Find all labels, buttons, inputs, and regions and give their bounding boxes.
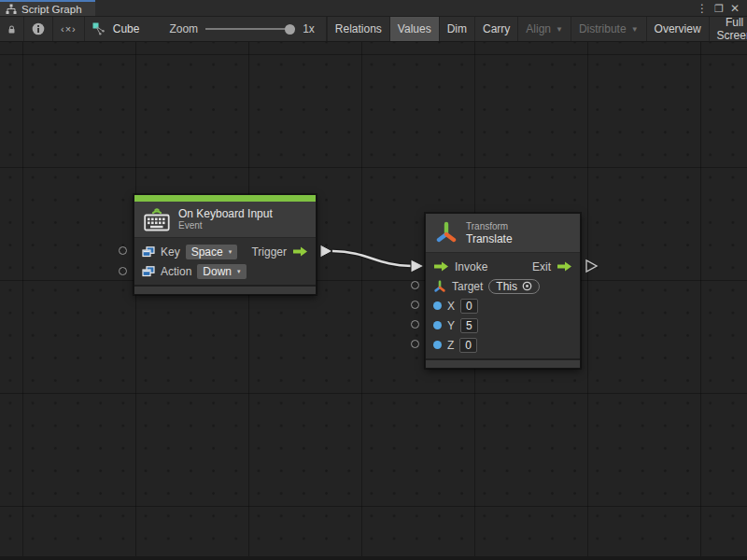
code-view-button[interactable]: ‹×› (53, 17, 85, 41)
on-keyboard-input-node[interactable]: On Keyboard Input Event Key Space ▾ (134, 194, 317, 295)
flow-arrow-icon (557, 261, 572, 272)
zoom-slider-handle[interactable] (285, 24, 295, 35)
graph-name: Cube (113, 22, 140, 35)
node-footer (426, 358, 580, 368)
zoom-slider-track (205, 28, 295, 30)
value-port-icon (433, 301, 442, 310)
key-input-port[interactable] (119, 246, 127, 255)
x-input-port[interactable] (411, 301, 419, 309)
z-input-port[interactable] (411, 340, 419, 348)
zoom-label: Zoom (169, 22, 198, 35)
graph-breadcrumb[interactable]: Cube (85, 17, 149, 41)
chevron-down-icon: ▾ (237, 268, 241, 275)
y-label: Y (447, 319, 455, 332)
exit-label: Exit (532, 260, 551, 273)
align-button[interactable]: Align ▼ (517, 17, 571, 41)
node-body: Key Space ▾ Trigger (134, 238, 316, 285)
key-row: Key Space ▾ Trigger (134, 242, 316, 261)
lock-icon (7, 23, 16, 35)
x-row: X 0 (426, 296, 580, 315)
chevron-down-icon: ▼ (556, 25, 563, 34)
x-label: X (447, 300, 455, 313)
distribute-button[interactable]: Distribute ▼ (571, 17, 646, 41)
z-value-field[interactable]: 0 (459, 338, 477, 353)
target-input-port[interactable] (411, 281, 419, 289)
target-label: Target (452, 280, 483, 293)
transform-gizmo-icon (433, 280, 446, 293)
trigger-output-arrow[interactable] (320, 245, 332, 258)
target-row: Target This (426, 276, 580, 296)
node-body: Invoke Exit Target (426, 253, 580, 358)
invoke-label: Invoke (455, 260, 487, 273)
z-label: Z (447, 339, 454, 352)
script-graph-window: Script Graph ⋮ ❐ ✕ ‹×› (0, 0, 747, 560)
event-accent-bar (134, 195, 316, 202)
translate-node[interactable]: Transform Translate Invoke Exit (425, 213, 581, 369)
lock-button[interactable] (0, 17, 24, 41)
enum-value-icon (142, 266, 155, 277)
code-icon: ‹×› (61, 23, 77, 35)
trigger-label: Trigger (251, 245, 287, 259)
chevron-down-icon: ▼ (631, 25, 639, 34)
enum-value-icon (142, 246, 155, 258)
action-row: Action Down ▾ (134, 261, 316, 281)
node-subtitle: Event (178, 220, 273, 231)
keyboard-event-icon (144, 207, 170, 231)
connection-layer (0, 42, 747, 556)
values-button[interactable]: Values (389, 17, 439, 41)
target-object-field[interactable]: This (488, 279, 540, 294)
connection-wire (332, 251, 412, 266)
maximize-icon[interactable]: ❐ (714, 0, 724, 17)
node-footer (134, 285, 316, 294)
node-title: Translate (466, 232, 513, 245)
action-label: Action (161, 265, 191, 278)
toolbar-buttons: Relations Values Dim Carry Align ▼ Distr… (327, 17, 747, 41)
menu-icon[interactable]: ⋮ (697, 0, 708, 17)
invoke-input-arrow[interactable] (411, 259, 424, 273)
tab-bar: Script Graph ⋮ ❐ ✕ (0, 0, 747, 17)
window-controls: ⋮ ❐ ✕ (697, 0, 747, 16)
self-target-icon (522, 281, 532, 291)
value-port-icon (433, 341, 442, 349)
x-value-field[interactable]: 0 (460, 299, 478, 314)
overview-button[interactable]: Overview (646, 17, 709, 41)
relations-button[interactable]: Relations (327, 17, 389, 41)
action-dropdown[interactable]: Down ▾ (197, 264, 246, 279)
z-row: Z 0 (426, 335, 580, 355)
full-screen-button[interactable]: Full Screen (709, 17, 747, 41)
key-dropdown[interactable]: Space ▾ (186, 245, 238, 259)
zoom-control: Zoom 1x (148, 17, 326, 41)
script-graph-asset-icon (92, 22, 106, 35)
connection-wire-outline (332, 251, 412, 266)
flow-arrow-icon (292, 246, 308, 257)
chevron-down-icon: ▾ (229, 248, 233, 256)
invoke-row: Invoke Exit (426, 257, 580, 276)
node-header: On Keyboard Input Event (134, 202, 316, 238)
graph-canvas[interactable]: On Keyboard Input Event Key Space ▾ (0, 42, 747, 556)
zoom-value: 1x (303, 22, 315, 35)
hierarchy-icon (6, 4, 17, 15)
carry-button[interactable]: Carry (474, 17, 517, 41)
info-button[interactable] (24, 17, 53, 41)
tab-title: Script Graph (21, 4, 82, 15)
close-icon[interactable]: ✕ (730, 0, 740, 17)
dim-button[interactable]: Dim (439, 17, 474, 41)
node-header: Transform Translate (426, 214, 580, 253)
exit-output-port[interactable] (586, 260, 597, 272)
y-row: Y 5 (426, 315, 580, 335)
info-icon (32, 22, 45, 35)
zoom-slider[interactable] (205, 22, 295, 35)
flow-arrow-icon (433, 261, 449, 272)
key-label: Key (161, 245, 180, 259)
y-input-port[interactable] (411, 320, 419, 329)
transform-gizmo-icon (435, 220, 458, 246)
node-category: Transform (466, 221, 513, 232)
y-value-field[interactable]: 5 (460, 318, 478, 333)
graph-toolbar: ‹×› Cube Zoom 1x Relations Values (0, 17, 747, 42)
tab-script-graph[interactable]: Script Graph (0, 0, 95, 16)
action-input-port[interactable] (119, 267, 127, 275)
value-port-icon (433, 321, 442, 329)
node-title: On Keyboard Input (178, 207, 273, 220)
window-edge (0, 556, 747, 560)
